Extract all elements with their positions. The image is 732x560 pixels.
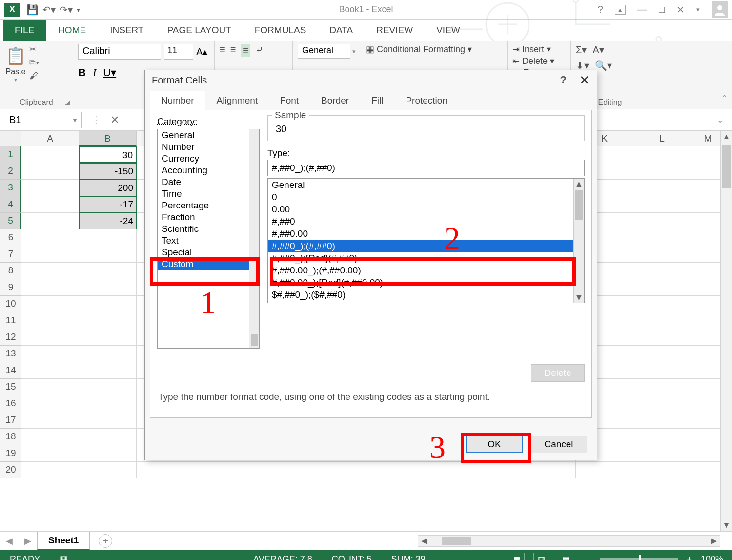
- tab-data[interactable]: DATA: [318, 20, 365, 41]
- cell[interactable]: [633, 346, 691, 362]
- cell[interactable]: [21, 163, 79, 180]
- sheet-nav-next-icon[interactable]: ▶: [19, 536, 37, 546]
- category-item[interactable]: Number: [158, 141, 259, 153]
- user-avatar-icon[interactable]: [712, 1, 728, 18]
- type-item[interactable]: #,##0_);[Red](#,##0): [268, 252, 584, 264]
- tab-formulas[interactable]: FORMULAS: [243, 20, 318, 41]
- col-L[interactable]: L: [633, 131, 691, 146]
- qat-customize-icon[interactable]: ▾: [77, 6, 80, 14]
- row-header[interactable]: 2: [0, 163, 21, 180]
- cell[interactable]: [79, 346, 137, 362]
- cell[interactable]: [79, 263, 137, 279]
- ok-button[interactable]: OK: [466, 436, 523, 453]
- cell[interactable]: [79, 462, 137, 478]
- tab-view[interactable]: VIEW: [425, 20, 472, 41]
- hscroll-thumb[interactable]: [442, 537, 471, 545]
- cell[interactable]: [21, 329, 79, 346]
- row-header[interactable]: 15: [0, 379, 21, 395]
- italic-button[interactable]: I: [93, 66, 96, 79]
- category-item[interactable]: Date: [158, 176, 259, 188]
- cell[interactable]: [633, 395, 691, 412]
- row-header[interactable]: 10: [0, 296, 21, 312]
- row-header[interactable]: 7: [0, 246, 21, 263]
- sort-filter-icon[interactable]: A▾: [592, 44, 604, 56]
- cell[interactable]: [21, 180, 79, 196]
- category-list[interactable]: GeneralNumberCurrencyAccountingDateTimeP…: [157, 129, 260, 349]
- cell[interactable]: [21, 296, 79, 312]
- cell[interactable]: [633, 429, 691, 445]
- dlgtab-font[interactable]: Font: [269, 91, 310, 110]
- zoom-slider[interactable]: [600, 558, 678, 560]
- category-item[interactable]: Text: [158, 235, 259, 247]
- cell[interactable]: -24: [79, 213, 137, 229]
- namebox-dropdown-icon[interactable]: ▾: [73, 116, 77, 124]
- cell[interactable]: [21, 412, 79, 429]
- cell[interactable]: [633, 196, 691, 213]
- cell[interactable]: [21, 395, 79, 412]
- cell[interactable]: [633, 163, 691, 180]
- delete-format-button[interactable]: Delete: [531, 364, 585, 382]
- select-all-triangle[interactable]: [0, 131, 21, 146]
- insert-cells-button[interactable]: ⇥ Insert ▾: [512, 44, 566, 55]
- cell[interactable]: [21, 146, 79, 163]
- maximize-icon[interactable]: □: [659, 4, 665, 15]
- cell[interactable]: [79, 412, 137, 429]
- type-item[interactable]: General: [268, 179, 584, 191]
- cancel-entry-icon[interactable]: ✕: [110, 114, 119, 126]
- cell[interactable]: [79, 279, 137, 296]
- bold-button[interactable]: B: [78, 66, 86, 79]
- cell[interactable]: [79, 362, 137, 379]
- type-item[interactable]: $#,##0_);($#,##0): [268, 289, 584, 301]
- col-A[interactable]: A: [21, 131, 79, 146]
- cell[interactable]: [79, 445, 137, 462]
- cell[interactable]: [633, 213, 691, 229]
- macro-record-icon[interactable]: ▦: [50, 554, 78, 560]
- ribbon-options-icon[interactable]: ▴: [615, 5, 626, 15]
- cell[interactable]: [576, 462, 633, 478]
- copy-icon[interactable]: ⧉▾: [29, 58, 40, 68]
- format-painter-icon[interactable]: 🖌: [29, 71, 40, 81]
- find-icon[interactable]: 🔍▾: [595, 60, 612, 71]
- type-item[interactable]: 0.00: [268, 203, 584, 215]
- cell[interactable]: 30: [79, 146, 137, 163]
- row-header[interactable]: 11: [0, 312, 21, 329]
- tab-page-layout[interactable]: PAGE LAYOUT: [155, 20, 243, 41]
- cell[interactable]: [21, 312, 79, 329]
- scroll-thumb[interactable]: [722, 145, 731, 188]
- type-input[interactable]: [267, 160, 585, 176]
- cut-icon[interactable]: ✂: [29, 44, 40, 55]
- cell[interactable]: [79, 429, 137, 445]
- category-item[interactable]: General: [158, 129, 259, 141]
- cell[interactable]: [21, 429, 79, 445]
- category-item[interactable]: Custom: [158, 258, 259, 270]
- paste-button[interactable]: 📋 Paste ▾: [5, 44, 26, 83]
- row-header[interactable]: 19: [0, 445, 21, 462]
- clipboard-launcher-icon[interactable]: ◢: [65, 99, 70, 106]
- cell[interactable]: [633, 412, 691, 429]
- cell[interactable]: [21, 462, 79, 478]
- cell[interactable]: [633, 229, 691, 246]
- cell[interactable]: [79, 329, 137, 346]
- cell[interactable]: [79, 246, 137, 263]
- cell[interactable]: -150: [79, 163, 137, 180]
- cell[interactable]: [633, 279, 691, 296]
- delete-cells-button[interactable]: ⇤ Delete ▾: [512, 56, 566, 66]
- cell[interactable]: [633, 180, 691, 196]
- font-name-combo[interactable]: Calibri: [78, 44, 161, 60]
- cell[interactable]: [79, 229, 137, 246]
- tab-insert[interactable]: INSERT: [98, 20, 155, 41]
- cell[interactable]: [21, 346, 79, 362]
- type-list[interactable]: General00.00#,##0#,##0.00#,##0_);(#,##0)…: [267, 178, 585, 303]
- type-item[interactable]: #,##0.00: [268, 228, 584, 240]
- cell[interactable]: [21, 445, 79, 462]
- sheet-tab-active[interactable]: Sheet1: [37, 532, 90, 550]
- category-item[interactable]: Fraction: [158, 211, 259, 223]
- align-middle-icon[interactable]: ≡: [230, 44, 236, 57]
- align-bottom-icon[interactable]: ≡: [241, 44, 250, 57]
- cell[interactable]: [633, 379, 691, 395]
- col-B[interactable]: B: [79, 131, 137, 146]
- category-item[interactable]: Accounting: [158, 165, 259, 176]
- cell[interactable]: [79, 312, 137, 329]
- zoom-in-icon[interactable]: +: [687, 554, 692, 560]
- tab-file[interactable]: FILE: [3, 20, 46, 41]
